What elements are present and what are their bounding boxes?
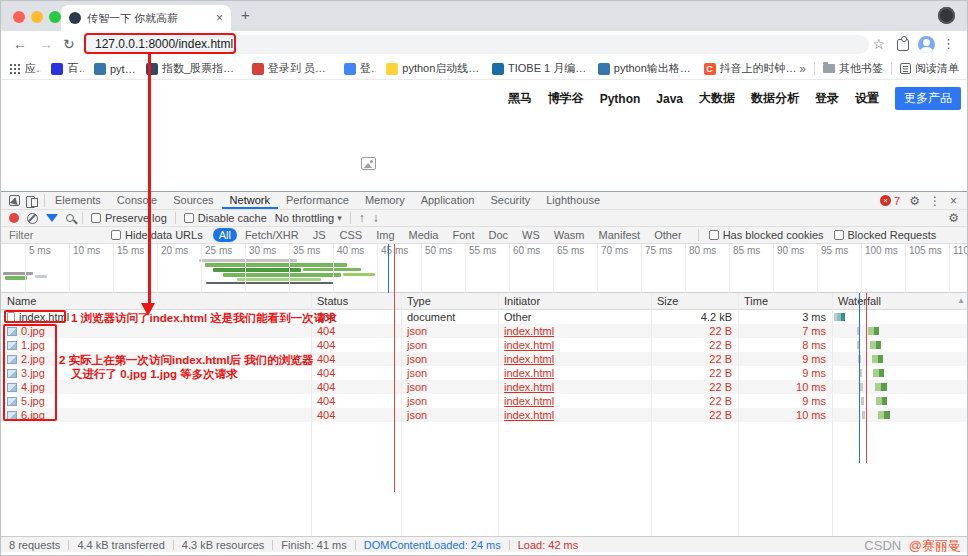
column-header-waterfall[interactable]: Waterfall: [832, 293, 967, 309]
search-icon[interactable]: [66, 214, 74, 222]
bookmarks-overflow-chevron-icon[interactable]: »: [799, 62, 806, 76]
request-row[interactable]: 1.jpg404jsonindex.html22 B8 ms: [1, 338, 967, 352]
tab-network[interactable]: Network: [222, 192, 278, 209]
tab-memory[interactable]: Memory: [357, 192, 413, 209]
profile-icon[interactable]: [938, 7, 955, 24]
status-item-finish: Finish: 41 ms: [281, 539, 346, 551]
filter-pill-css[interactable]: CSS: [334, 228, 369, 242]
page-nav-link-python[interactable]: Python: [600, 92, 641, 106]
initiator-link[interactable]: index.html: [504, 353, 554, 365]
tab-security[interactable]: Security: [482, 192, 538, 209]
bookmark-item[interactable]: TIOBE 1 月编程语...: [492, 61, 588, 76]
other-bookmarks-button[interactable]: 其他书签: [823, 61, 883, 76]
filter-pill-all[interactable]: All: [213, 228, 237, 242]
import-har-icon[interactable]: ↑: [359, 212, 365, 224]
reading-list-button[interactable]: 阅读清单: [900, 61, 959, 76]
blocked-requests-checkbox[interactable]: Blocked Requests: [834, 229, 937, 241]
network-settings-gear-icon[interactable]: ⚙: [948, 212, 959, 224]
filter-pill-fetch-xhr[interactable]: Fetch/XHR: [239, 228, 305, 242]
scrollbar-up-icon[interactable]: ▲: [957, 296, 965, 305]
filter-pill-doc[interactable]: Doc: [482, 228, 514, 242]
page-nav-link--[interactable]: 数据分析: [751, 90, 799, 107]
initiator-link[interactable]: index.html: [504, 409, 554, 421]
disable-cache-checkbox[interactable]: Disable cache: [184, 212, 267, 224]
console-error-badge[interactable]: × 7: [880, 195, 900, 207]
clear-icon[interactable]: [27, 213, 38, 224]
page-nav-link-java[interactable]: Java: [656, 92, 683, 106]
initiator-link[interactable]: index.html: [504, 325, 554, 337]
tab-sources[interactable]: Sources: [165, 192, 221, 209]
filter-pill-img[interactable]: Img: [370, 228, 400, 242]
column-header-initiator[interactable]: Initiator: [498, 293, 651, 309]
page-nav-link--[interactable]: 黑马: [508, 90, 532, 107]
filter-pill-manifest[interactable]: Manifest: [593, 228, 647, 242]
preserve-log-checkbox[interactable]: Preserve log: [91, 212, 167, 224]
filter-pill-other[interactable]: Other: [648, 228, 688, 242]
bookmark-item[interactable]: C抖音上的时钟屏保...: [704, 61, 800, 76]
page-nav-link--[interactable]: 博学谷: [548, 90, 584, 107]
request-row[interactable]: 5.jpg404jsonindex.html22 B9 ms: [1, 394, 967, 408]
extensions-puzzle-icon[interactable]: [897, 39, 909, 51]
record-button[interactable]: [9, 213, 19, 223]
tab-performance[interactable]: Performance: [278, 192, 357, 209]
close-window-button[interactable]: [13, 11, 25, 23]
bookmark-star-icon[interactable]: ☆: [872, 36, 885, 52]
new-tab-button[interactable]: +: [241, 6, 250, 23]
browser-tab[interactable]: 传智一下 你就高薪 ×: [61, 5, 231, 31]
column-header-status[interactable]: Status: [311, 293, 401, 309]
tab-close-icon[interactable]: ×: [216, 11, 223, 25]
has-blocked-cookies-checkbox[interactable]: Has blocked cookies: [709, 229, 824, 241]
export-har-icon[interactable]: ↓: [373, 212, 379, 224]
profile-avatar-icon[interactable]: [918, 36, 935, 53]
devtools-close-icon[interactable]: ×: [950, 195, 957, 207]
column-header-size[interactable]: Size: [651, 293, 738, 309]
initiator-link[interactable]: index.html: [504, 339, 554, 351]
bookmarks-divider: [891, 62, 892, 75]
tab-console[interactable]: Console: [109, 192, 165, 209]
request-row[interactable]: 6.jpg404jsonindex.html22 B10 ms: [1, 408, 967, 422]
filter-pill-wasm[interactable]: Wasm: [548, 228, 591, 242]
page-nav-link--[interactable]: 大数据: [699, 90, 735, 107]
tab-application[interactable]: Application: [413, 192, 483, 209]
page-nav-link--[interactable]: 设置: [855, 90, 879, 107]
tab-lighthouse[interactable]: Lighthouse: [538, 192, 608, 209]
initiator-link[interactable]: index.html: [504, 381, 554, 393]
bookmark-item[interactable]: 指数_股票指数_全...: [146, 61, 242, 76]
column-header-type[interactable]: Type: [401, 293, 498, 309]
filter-pill-media[interactable]: Media: [403, 228, 445, 242]
devtools-menu-kebab-icon[interactable]: ⋮: [929, 195, 941, 207]
bookmark-item[interactable]: 百度: [51, 61, 83, 76]
forward-icon[interactable]: →: [39, 36, 53, 52]
request-row[interactable]: 4.jpg404jsonindex.html22 B10 ms: [1, 380, 967, 394]
filter-pill-font[interactable]: Font: [446, 228, 480, 242]
bookmark-item[interactable]: 应用: [9, 61, 41, 76]
bookmark-item[interactable]: 登录: [344, 61, 376, 76]
timeline-overview[interactable]: [1, 256, 967, 293]
tab-elements[interactable]: Elements: [47, 192, 109, 209]
back-icon[interactable]: ←: [13, 36, 27, 52]
device-toolbar-icon[interactable]: [26, 195, 38, 207]
bookmark-item[interactable]: python输出格式对...: [598, 61, 694, 76]
filter-pill-js[interactable]: JS: [307, 228, 332, 242]
column-header-name[interactable]: Name: [1, 293, 311, 309]
throttling-dropdown[interactable]: No throttling ▾: [275, 212, 342, 224]
hide-data-urls-checkbox[interactable]: Hide data URLs: [111, 229, 203, 241]
reload-icon[interactable]: ↻: [63, 36, 75, 52]
fullscreen-window-button[interactable]: [49, 11, 61, 23]
filter-pill-ws[interactable]: WS: [516, 228, 546, 242]
request-row[interactable]: 0.jpg404jsonindex.html22 B7 ms: [1, 324, 967, 338]
initiator-link[interactable]: index.html: [504, 367, 554, 379]
filter-input[interactable]: [9, 229, 101, 241]
initiator-link[interactable]: index.html: [504, 395, 554, 407]
bookmark-item[interactable]: python启动线程警...: [386, 61, 482, 76]
browser-menu-kebab-icon[interactable]: ⋮: [942, 36, 955, 52]
bookmark-item[interactable]: 登录到 员工中心: [252, 61, 334, 76]
minimize-window-button[interactable]: [31, 11, 43, 23]
filter-funnel-icon[interactable]: [46, 214, 58, 222]
more-products-button[interactable]: 更多产品: [895, 87, 961, 110]
inspect-element-icon[interactable]: [9, 195, 20, 206]
bookmark-item[interactable]: python: [94, 63, 136, 75]
devtools-settings-gear-icon[interactable]: ⚙: [909, 195, 920, 207]
column-header-time[interactable]: Time: [738, 293, 832, 309]
page-nav-link--[interactable]: 登录: [815, 90, 839, 107]
